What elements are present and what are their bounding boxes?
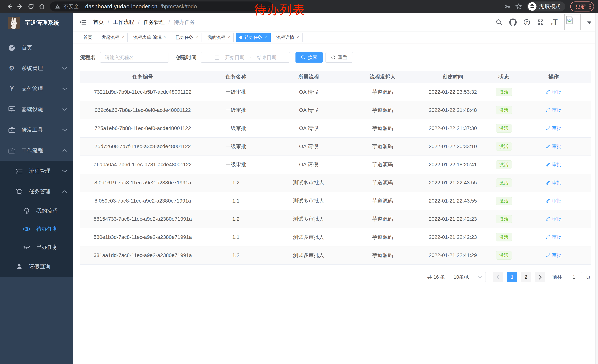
approve-button[interactable]: 审批 (546, 89, 562, 95)
tab-close-icon[interactable]: × (296, 35, 299, 40)
chevron-right-icon (538, 275, 542, 280)
back-icon[interactable] (4, 1, 15, 12)
goto-page-input[interactable] (566, 272, 582, 282)
cell-create-time: 2022-01-22 18:25:41 (415, 155, 491, 174)
tab-close-icon[interactable]: × (196, 35, 198, 40)
sidebar-item-my-process[interactable]: 我的流程 (0, 202, 73, 220)
approve-button[interactable]: 审批 (546, 198, 562, 204)
workflow-submenu: 流程管理 任务管理 我的流程 (0, 161, 73, 277)
cell-process: OA 请假 (266, 101, 351, 119)
bookmark-star-icon[interactable] (515, 3, 522, 10)
tab-home[interactable]: 首页 (80, 32, 96, 42)
search-icon[interactable] (496, 19, 503, 26)
process-name-input[interactable] (100, 52, 169, 63)
table-row: 069c6a63-7b8a-11ec-8ef0-acde48001122 一级审… (80, 101, 590, 119)
sidebar-item-infrastructure[interactable]: 基础设施 (0, 99, 73, 120)
monitor-icon (8, 106, 16, 113)
todo-task-table: 任务编号 任务名称 所属流程 流程发起人 创建时间 状态 操作 73211d9d… (80, 71, 590, 265)
search-button[interactable]: 搜索 (295, 52, 323, 63)
breadcrumb-item[interactable]: 首页 (93, 18, 104, 26)
page-size-value: 10条/页 (454, 274, 470, 280)
sidebar-item-home[interactable]: 首页 (0, 37, 73, 58)
approve-label: 审批 (552, 198, 562, 204)
browser-scrollbar[interactable] (595, 13, 598, 364)
sidebar-toggle-icon[interactable] (79, 18, 87, 26)
password-key-icon[interactable] (504, 3, 511, 10)
process-name-label: 流程名 (80, 54, 96, 61)
table-row: 580e1b3d-7ac8-11ec-a9e2-a2380e71991a 1.1… (80, 228, 590, 246)
breadcrumb-item[interactable]: 工作流程 (113, 18, 134, 26)
app-logo[interactable]: 芋道管理系统 (0, 13, 73, 31)
reload-icon[interactable] (25, 1, 36, 12)
chevron-down-icon (62, 129, 67, 131)
help-icon[interactable]: ? (523, 19, 530, 26)
approve-button[interactable]: 审批 (546, 234, 562, 240)
forward-icon[interactable] (15, 1, 25, 12)
breadcrumb-current: 待办任务 (174, 18, 195, 26)
eye-closed-icon (23, 245, 31, 250)
approve-button[interactable]: 审批 (546, 252, 562, 259)
date-range-picker[interactable]: 开始日期 - 结束日期 (201, 52, 290, 63)
page-size-select[interactable]: 10条/页 (449, 272, 486, 282)
status-badge: 激活 (496, 142, 512, 151)
sidebar-item-payment[interactable]: ¥ 支付管理 (0, 79, 73, 99)
approve-button[interactable]: 审批 (546, 107, 562, 113)
approve-label: 审批 (552, 107, 562, 113)
list-tree-icon (15, 168, 23, 174)
avatar[interactable] (564, 14, 581, 30)
github-icon[interactable] (509, 18, 517, 26)
sidebar-item-workflow[interactable]: 工作流程 (0, 140, 73, 161)
breadcrumb-item[interactable]: 任务管理 (143, 18, 165, 26)
tab-my-process[interactable]: 我的流程 × (204, 32, 234, 42)
sidebar-item-system[interactable]: ⚙ 系统管理 (0, 58, 73, 79)
cell-create-time: 2022-01-22 20:33:10 (415, 138, 491, 155)
page-button-1[interactable]: 1 (507, 272, 517, 282)
incognito-label: 无痕模式 (539, 3, 561, 10)
tab-todo-tasks[interactable]: 待办任务 × (236, 32, 271, 42)
sidebar-item-leave-query[interactable]: 请假查询 (0, 256, 73, 277)
tab-process-detail[interactable]: 流程详情 × (273, 32, 303, 42)
tab-close-icon[interactable]: × (164, 35, 166, 40)
search-icon (301, 55, 306, 60)
sidebar-item-done-tasks[interactable]: 已办任务 (0, 238, 73, 256)
reset-button[interactable]: 重置 (325, 52, 353, 63)
home-icon[interactable] (36, 1, 47, 12)
sidebar-item-dev-tools[interactable]: 研发工具 (0, 120, 73, 140)
tab-done-tasks[interactable]: 已办任务 × (172, 32, 202, 42)
approve-button[interactable]: 审批 (546, 125, 562, 131)
approve-button[interactable]: 审批 (546, 161, 562, 168)
prev-page-button[interactable] (493, 272, 503, 282)
page-button-2[interactable]: 2 (521, 272, 531, 282)
sidebar-item-todo-tasks[interactable]: 待办任务 (0, 220, 73, 238)
edit-pencil-icon (546, 180, 550, 185)
cell-task-name: 1.1 (205, 228, 266, 246)
not-secure-label: 不安全 (63, 3, 79, 10)
approve-button[interactable]: 审批 (546, 216, 562, 222)
cell-task-id: 580e1b3d-7ac8-11ec-a9e2-a2380e71991a (80, 228, 205, 246)
sidebar-item-process-mgmt[interactable]: 流程管理 (0, 161, 73, 181)
table-row: 381aa1dd-7ac8-11ec-a9e2-a2380e71991a 1.2… (80, 246, 590, 264)
update-button[interactable]: 更新 (570, 1, 594, 11)
approve-button[interactable]: 审批 (546, 143, 562, 150)
tab-close-icon[interactable]: × (227, 35, 230, 40)
tab-close-icon[interactable]: × (265, 35, 267, 40)
status-badge: 激活 (496, 106, 512, 114)
tab-start-process[interactable]: 发起流程 × (98, 32, 128, 42)
tab-process-form-edit[interactable]: 流程表单-编辑 × (130, 32, 170, 42)
table-row: 8f059c03-7ac8-11ec-a9e2-a2380e71991a 1.1… (80, 192, 590, 210)
edit-pencil-icon (546, 235, 550, 239)
avatar-caret-down-icon[interactable] (587, 22, 591, 26)
status-badge: 激活 (496, 233, 512, 242)
next-page-button[interactable] (535, 272, 545, 282)
sidebar-item-task-mgmt[interactable]: 任务管理 (0, 181, 73, 202)
url-divider (82, 4, 82, 9)
approve-button[interactable]: 审批 (546, 179, 562, 186)
fullscreen-icon[interactable] (537, 19, 544, 26)
org-tree-icon (15, 188, 23, 195)
tab-close-icon[interactable]: × (122, 35, 124, 40)
cell-starter: 芋道源码 (351, 119, 415, 138)
font-size-icon[interactable]: тT (551, 18, 558, 26)
chrome-menu-icon[interactable] (590, 4, 590, 9)
approve-label: 审批 (552, 143, 562, 150)
url-bar[interactable]: 不安全 dashboard.yudao.iocoder.cn/bpm/task/… (50, 1, 273, 11)
